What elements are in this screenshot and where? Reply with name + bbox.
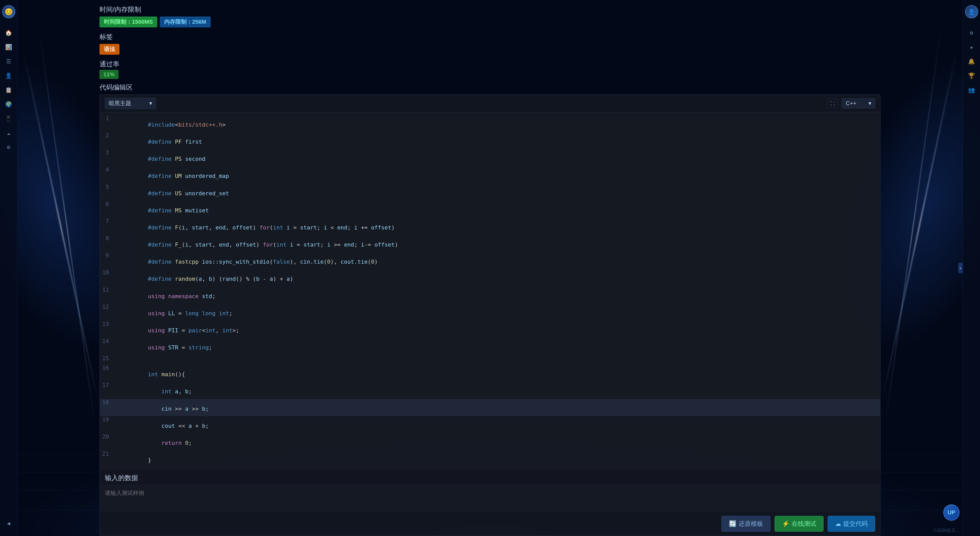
- submit-icon: ☁: [835, 520, 841, 527]
- code-editor-toolbar: 暗黑主题 ▾ ⛶ C++ ▾: [100, 95, 880, 112]
- input-textarea[interactable]: [100, 485, 880, 511]
- tag-grammar-badge[interactable]: 语法: [100, 44, 119, 55]
- code-line-2: 2 #define PF first: [100, 132, 880, 149]
- code-line-19: 19 cout << a + b;: [100, 416, 880, 433]
- theme-chevron-icon: ▾: [149, 100, 152, 107]
- restore-template-button[interactable]: 🔄 还原模板: [721, 516, 770, 532]
- code-line-18: 18 cin >> a >> b;: [100, 399, 880, 416]
- code-line-5: 5 #define US unordered_set: [100, 183, 880, 200]
- language-label: C++: [846, 100, 856, 107]
- left-sidebar: 😊 🏠 📊 ☰ 👤 📋 🌍 📱 ☁ ⚙ ◀: [0, 0, 18, 536]
- user-avatar-left[interactable]: 😊: [2, 5, 15, 18]
- watermark: CSDN@天...: [934, 527, 959, 533]
- restore-label: 还原模板: [738, 520, 763, 528]
- editor-expand-btn[interactable]: ⛶: [828, 99, 838, 108]
- online-test-button[interactable]: ⚡ 在线测试: [775, 516, 824, 532]
- sidebar-item-mobile[interactable]: 📱: [2, 112, 15, 125]
- bottom-actions: 🔄 还原模板 ⚡ 在线测试 ☁ 提交代码: [100, 512, 880, 536]
- code-line-4: 4 #define UM unordered_map: [100, 166, 880, 183]
- right-sidebar-trophy[interactable]: 🏆: [965, 69, 978, 82]
- memory-limit-badge: 内存限制：256M: [160, 17, 210, 27]
- time-memory-title: 时间/内存限制: [100, 5, 880, 14]
- right-sidebar-settings[interactable]: ⚙: [965, 26, 978, 39]
- restore-icon: 🔄: [729, 520, 737, 527]
- code-editor-container: 暗黑主题 ▾ ⛶ C++ ▾ 1 #include<bits/stdc++.h>…: [100, 94, 880, 536]
- editor-panel: 时间/内存限制 时间限制：1500MS 内存限制：256M 标签 语法 通过率 …: [100, 0, 880, 536]
- input-title: 输入的数据: [105, 474, 138, 482]
- right-sidebar-bell[interactable]: 🔔: [965, 55, 978, 68]
- submit-label: 提交代码: [843, 520, 868, 528]
- test-label: 在线测试: [792, 520, 816, 528]
- up-badge[interactable]: UP: [943, 504, 959, 521]
- pass-rate-value: 11%: [100, 70, 118, 79]
- sidebar-item-menu[interactable]: ☰: [2, 55, 15, 68]
- test-icon: ⚡: [782, 520, 790, 527]
- time-limit-badge: 时间限制：1500MS: [100, 17, 157, 27]
- sidebar-item-stats[interactable]: 📊: [2, 40, 15, 54]
- sidebar-item-globe[interactable]: 🌍: [2, 97, 15, 111]
- code-line-6: 6 #define MS mutiset: [100, 200, 880, 218]
- theme-select[interactable]: 暗黑主题 ▾: [105, 98, 156, 109]
- input-header: 输入的数据: [100, 470, 880, 485]
- code-line-17: 17 int a, b;: [100, 382, 880, 399]
- language-chevron-icon: ▾: [869, 100, 871, 107]
- code-area[interactable]: 1 #include<bits/stdc++.h> 2 #define PF f…: [100, 112, 880, 470]
- pass-rate-title: 通过率: [100, 60, 880, 68]
- theme-label: 暗黑主题: [109, 100, 131, 107]
- user-avatar-right[interactable]: 👤: [965, 5, 978, 18]
- code-line-7: 7 #define F(i, start, end, offset) for(i…: [100, 218, 880, 235]
- code-line-11: 11 using namespace std;: [100, 286, 880, 304]
- panel-header: 时间/内存限制 时间限制：1500MS 内存限制：256M 标签 语法 通过率 …: [100, 0, 880, 94]
- time-memory-badges: 时间限制：1500MS 内存限制：256M: [100, 17, 880, 27]
- code-line-15: 15: [100, 355, 880, 364]
- submit-code-button[interactable]: ☁ 提交代码: [828, 516, 875, 532]
- right-sidebar: 👤 ▶ ⚙ ★ 🔔 🏆 👥: [963, 0, 980, 536]
- right-sidebar-star[interactable]: ★: [965, 40, 978, 54]
- language-select[interactable]: C++ ▾: [842, 98, 875, 108]
- code-line-8: 8 #define F_(i, start, end, offset) for(…: [100, 235, 880, 252]
- code-line-1: 1 #include<bits/stdc++.h>: [100, 115, 880, 132]
- code-line-10: 10 #define random(a, b) (rand() % (b - a…: [100, 269, 880, 286]
- code-line-9: 9 #define fastcpp ios::sync_with_stdio(f…: [100, 252, 880, 269]
- code-line-16: 16 int main(){: [100, 364, 880, 382]
- sidebar-collapse-btn[interactable]: ◀: [2, 517, 15, 530]
- sidebar-item-cloud[interactable]: ☁: [2, 126, 15, 139]
- code-line-14: 14 using STR = string;: [100, 338, 880, 355]
- code-editor-title: 代码编辑区: [100, 83, 880, 92]
- tags-title: 标签: [100, 32, 880, 41]
- input-section: 输入的数据: [100, 470, 880, 512]
- code-line-13: 13 using PII = pair<int, int>;: [100, 321, 880, 338]
- sidebar-item-user[interactable]: 👤: [2, 69, 15, 82]
- sidebar-item-home[interactable]: 🏠: [2, 26, 15, 39]
- code-line-12: 12 using LL = long long int;: [100, 304, 880, 321]
- right-expand-btn[interactable]: ▶: [958, 263, 963, 273]
- code-line-21: 21 }: [100, 450, 880, 468]
- right-sidebar-group[interactable]: 👥: [965, 83, 978, 97]
- code-line-20: 20 return 0;: [100, 433, 880, 450]
- up-label: UP: [948, 509, 956, 516]
- sidebar-item-list[interactable]: 📋: [2, 83, 15, 97]
- code-line-3: 3 #define PS second: [100, 149, 880, 166]
- sidebar-item-settings[interactable]: ⚙: [2, 140, 15, 154]
